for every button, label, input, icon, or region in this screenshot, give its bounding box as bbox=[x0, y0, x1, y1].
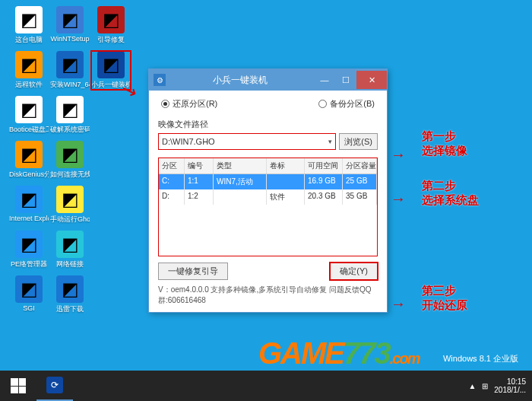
diskgenius-icon: ◩ bbox=[15, 141, 43, 168]
desktop-icon-boot-repair[interactable]: ◩引导修复 bbox=[91, 6, 131, 45]
desktop-icon-pe-network[interactable]: ◩PE络管理器 bbox=[9, 231, 49, 269]
sgi-icon: ◩ bbox=[15, 275, 43, 303]
column-header[interactable]: 分区 bbox=[159, 158, 185, 173]
chevron-down-icon: ▾ bbox=[328, 138, 332, 145]
desktop-icon-install-win7[interactable]: ◩安装WIN7_64... bbox=[50, 51, 90, 90]
annotation-step1: 第一步 选择镜像 bbox=[422, 129, 467, 158]
dialog-footer: V：oem4.0.0.0 支持多种镜像,多系统引导自动修复 问题反馈QQ群:60… bbox=[158, 285, 378, 306]
desktop-icon-sgi[interactable]: ◩SGI bbox=[9, 275, 49, 314]
bootice-icon: ◩ bbox=[15, 96, 43, 123]
titlebar[interactable]: ⚙ 小兵一键装机 — ☐ ✕ bbox=[149, 69, 387, 91]
icon-label: 迅雷下载 bbox=[56, 304, 84, 314]
site-watermark: GAME773.com bbox=[258, 336, 419, 371]
taskbar: ⟳ ▲ ⊞ 10:15 2018/1/... bbox=[0, 371, 532, 401]
arrow-step3: → bbox=[391, 295, 406, 313]
browse-button[interactable]: 浏览(S) bbox=[339, 133, 378, 150]
desktop-icon-ghost-manual[interactable]: ◩手动运行Ghost bbox=[50, 186, 90, 224]
icon-label: SGI bbox=[23, 304, 35, 312]
desktop-icon-xunlei[interactable]: ◩迅雷下载 bbox=[50, 275, 90, 314]
install-win7-icon: ◩ bbox=[56, 51, 84, 78]
app-icon: ⚙ bbox=[154, 74, 166, 86]
internet-explorer-icon: ◩ bbox=[15, 186, 43, 213]
icon-label: 远程软件 bbox=[15, 80, 43, 90]
dialog-title: 小兵一键装机 bbox=[166, 74, 314, 87]
column-header[interactable]: 卷标 bbox=[267, 158, 305, 173]
desktop-icon-remote-software[interactable]: ◩远程软件 bbox=[9, 51, 49, 90]
icon-label: 破解系统密码 bbox=[50, 125, 90, 135]
column-header[interactable]: 编号 bbox=[185, 158, 214, 173]
annotation-step3: 第三步 开始还原 bbox=[422, 284, 467, 313]
tray-icon[interactable]: ⊞ bbox=[482, 382, 488, 390]
restore-partition-radio[interactable]: 还原分区(R) bbox=[161, 98, 217, 110]
pe-network-icon: ◩ bbox=[15, 231, 43, 258]
minimize-button[interactable]: — bbox=[314, 71, 335, 89]
close-button[interactable]: ✕ bbox=[356, 71, 387, 89]
column-header[interactable]: 类型 bbox=[214, 158, 267, 173]
image-path-label: 映像文件路径 bbox=[158, 119, 378, 130]
annotation-step2: 第二步 选择系统盘 bbox=[422, 179, 479, 208]
repair-boot-button[interactable]: 一键修复引导 bbox=[158, 263, 228, 280]
desktop-icon-bootice[interactable]: ◩Bootice磁盘工具 bbox=[9, 96, 49, 135]
backup-partition-radio[interactable]: 备份分区(B) bbox=[318, 98, 375, 110]
desktop-icon-diskgenius[interactable]: ◩DiskGenius分区工具 bbox=[9, 141, 49, 180]
desktop-icon-win-nt-setup[interactable]: ◩WinNTSetup bbox=[50, 6, 90, 45]
column-header[interactable]: 分区容量 bbox=[343, 158, 377, 173]
ghost-manual-icon: ◩ bbox=[56, 186, 84, 213]
os-watermark: Windows 8.1 企业版 bbox=[443, 353, 518, 364]
radio-icon bbox=[318, 100, 327, 108]
xiaobing-installer-icon: ◩ bbox=[97, 51, 125, 78]
desktop-icon-crack-password[interactable]: ◩破解系统密码 bbox=[50, 96, 90, 135]
windows-logo-icon bbox=[11, 378, 26, 393]
partition-table: 分区编号类型卷标可用空间分区容量 C:1:1WIN7,活动16.9 GB25 G… bbox=[158, 158, 378, 256]
arrow-step2: → bbox=[391, 190, 406, 208]
icon-label: 引导修复 bbox=[97, 35, 125, 45]
win-nt-setup-icon: ◩ bbox=[56, 6, 84, 33]
icon-label: WinNTSetup bbox=[50, 35, 89, 43]
column-header[interactable]: 可用空间 bbox=[305, 158, 343, 173]
this-pc-icon: ◩ bbox=[15, 6, 43, 33]
icon-label: Bootice磁盘工具 bbox=[9, 125, 49, 135]
ok-button[interactable]: 确定(Y) bbox=[330, 263, 378, 280]
table-row[interactable]: D:1:2软件20.3 GB35 GB bbox=[159, 189, 377, 205]
icon-label: 如何连接无线网络 bbox=[50, 170, 90, 180]
desktop-icon-this-pc[interactable]: ◩这台电脑 bbox=[9, 6, 49, 45]
system-tray[interactable]: ▲ ⊞ 10:15 2018/1/... bbox=[468, 377, 532, 394]
remote-software-icon: ◩ bbox=[15, 51, 43, 78]
crack-password-icon: ◩ bbox=[56, 96, 84, 123]
xunlei-icon: ◩ bbox=[56, 275, 84, 303]
desktop-icon-internet-explorer[interactable]: ◩Internet Explorer bbox=[9, 186, 49, 224]
table-row[interactable]: C:1:1WIN7,活动16.9 GB25 GB bbox=[159, 174, 377, 189]
network-conn-icon: ◩ bbox=[56, 231, 84, 258]
taskbar-app-installer[interactable]: ⟳ bbox=[36, 371, 73, 401]
image-path-input[interactable]: D:\WIN7.GHO ▾ bbox=[158, 133, 336, 150]
boot-repair-icon: ◩ bbox=[97, 6, 125, 33]
icon-label: DiskGenius分区工具 bbox=[9, 170, 49, 180]
radio-icon bbox=[161, 100, 169, 108]
icon-label: 手动运行Ghost bbox=[50, 215, 90, 224]
installer-dialog: ⚙ 小兵一键装机 — ☐ ✕ 还原分区(R) 备份分区(B) 映像文件路径 D:… bbox=[148, 68, 388, 313]
icon-label: Internet Explorer bbox=[9, 215, 49, 222]
arrow-step1: → bbox=[391, 146, 406, 164]
start-button[interactable] bbox=[0, 371, 36, 401]
tray-icon[interactable]: ▲ bbox=[468, 382, 476, 390]
maximize-button[interactable]: ☐ bbox=[335, 71, 356, 89]
wifi-help-icon: ◩ bbox=[56, 141, 84, 168]
icon-label: 网络链接 bbox=[56, 259, 84, 269]
icon-label: 这台电脑 bbox=[15, 35, 43, 45]
desktop-icon-network-conn[interactable]: ◩网络链接 bbox=[50, 231, 90, 269]
icon-label: 安装WIN7_64... bbox=[50, 80, 90, 90]
desktop-icon-wifi-help[interactable]: ◩如何连接无线网络 bbox=[50, 141, 90, 180]
icon-label: PE络管理器 bbox=[11, 259, 47, 269]
